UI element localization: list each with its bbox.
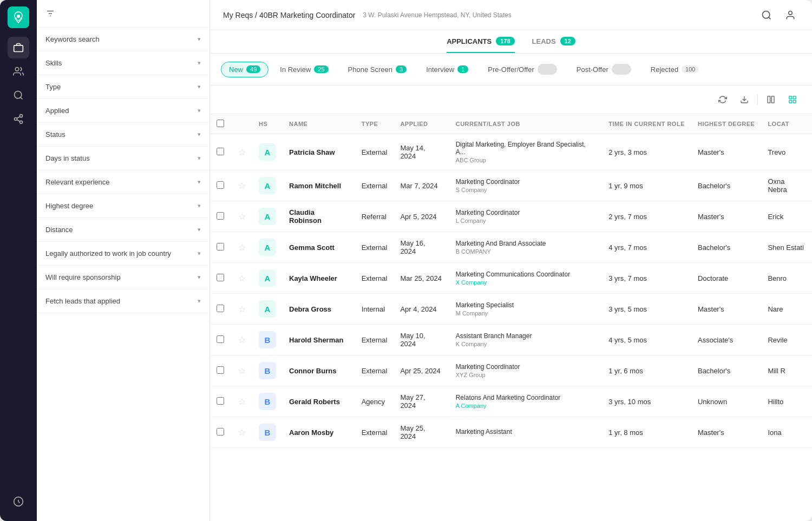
applicant-name[interactable]: Harold Sherman <box>289 336 343 344</box>
row-checkbox-cell[interactable] <box>210 201 232 232</box>
row-checkbox[interactable] <box>217 366 224 374</box>
row-checkbox[interactable] <box>217 335 224 343</box>
star-icon[interactable]: ☆ <box>238 243 246 252</box>
row-name-cell[interactable]: Claudia Robinson <box>283 201 355 232</box>
row-checkbox-cell[interactable] <box>210 232 232 263</box>
filter-keywords-toggle[interactable]: Keywords search ▾ <box>37 28 209 51</box>
sidebar-item-search[interactable] <box>8 84 29 106</box>
col-degree[interactable]: HIGHEST DEGREE <box>691 114 761 134</box>
search-button[interactable] <box>758 6 775 24</box>
refresh-icon[interactable] <box>714 91 731 108</box>
applicant-name[interactable]: Patricia Shaw <box>289 148 335 156</box>
star-icon[interactable]: ☆ <box>238 428 246 437</box>
stage-interview[interactable]: Interview 1 <box>418 62 476 77</box>
applicant-name[interactable]: Debra Gross <box>289 305 331 313</box>
row-checkbox-cell[interactable] <box>210 417 232 448</box>
row-star-cell[interactable]: ☆ <box>232 170 252 201</box>
row-star-cell[interactable]: ☆ <box>232 386 252 417</box>
row-name-cell[interactable]: Connor Burns <box>283 355 355 386</box>
col-time-role[interactable]: TIME IN CURRENT ROLE <box>602 114 691 134</box>
filter-legally-authorized-toggle[interactable]: Legally authorized to work in job countr… <box>37 242 209 265</box>
applicant-name[interactable]: Ramon Mitchell <box>289 182 341 190</box>
stage-pre-offer-toggle[interactable] <box>538 64 557 75</box>
row-star-cell[interactable]: ☆ <box>232 355 252 386</box>
row-name-cell[interactable]: Ramon Mitchell <box>283 170 355 201</box>
filter-status-toggle[interactable]: Status ▾ <box>37 123 209 146</box>
row-name-cell[interactable]: Gemma Scott <box>283 232 355 263</box>
row-name-cell[interactable]: Harold Sherman <box>283 325 355 355</box>
filter-applied-toggle[interactable]: Applied ▾ <box>37 99 209 122</box>
row-star-cell[interactable]: ☆ <box>232 294 252 325</box>
sidebar-item-accessibility[interactable] <box>8 491 29 512</box>
row-checkbox-cell[interactable] <box>210 294 232 325</box>
filter-distance-toggle[interactable]: Distance ▾ <box>37 218 209 241</box>
stage-post-offer[interactable]: Post-Offer <box>568 60 639 78</box>
applicant-name[interactable]: Aaron Mosby <box>289 428 333 437</box>
filter-type-toggle[interactable]: Type ▾ <box>37 75 209 98</box>
col-applied[interactable]: APPLIED <box>394 114 449 134</box>
row-name-cell[interactable]: Aaron Mosby <box>283 417 355 448</box>
col-type[interactable]: TYPE <box>355 114 394 134</box>
row-checkbox[interactable] <box>217 305 224 312</box>
sidebar-item-network[interactable] <box>8 108 29 130</box>
tab-leads[interactable]: LEADS 12 <box>532 37 575 53</box>
filter-experience-toggle[interactable]: Relevant experience ▾ <box>37 170 209 194</box>
star-icon[interactable]: ☆ <box>238 181 246 190</box>
row-star-cell[interactable]: ☆ <box>232 325 252 355</box>
grid-view-icon[interactable] <box>784 91 801 108</box>
star-icon[interactable]: ☆ <box>238 274 246 283</box>
row-name-cell[interactable]: Kayla Wheeler <box>283 263 355 294</box>
col-location[interactable]: LOCAT <box>761 114 812 134</box>
star-icon[interactable]: ☆ <box>238 366 246 375</box>
col-hs[interactable]: HS <box>252 114 283 134</box>
stage-rejected[interactable]: Rejected 100 <box>643 62 708 77</box>
col-name[interactable]: NAME <box>283 114 355 134</box>
user-profile-button[interactable] <box>782 6 799 24</box>
row-name-cell[interactable]: Gerald Roberts <box>283 386 355 417</box>
row-checkbox[interactable] <box>217 181 224 189</box>
star-icon[interactable]: ☆ <box>238 335 246 345</box>
row-star-cell[interactable]: ☆ <box>232 263 252 294</box>
row-star-cell[interactable]: ☆ <box>232 232 252 263</box>
download-icon[interactable] <box>736 91 753 108</box>
select-all-checkbox[interactable] <box>217 120 224 127</box>
stage-phone-screen[interactable]: Phone Screen 3 <box>340 62 415 77</box>
tab-applicants[interactable]: APPLICANTS 178 <box>447 37 514 53</box>
row-checkbox[interactable] <box>217 243 224 250</box>
row-checkbox-cell[interactable] <box>210 170 232 201</box>
row-checkbox[interactable] <box>217 148 224 155</box>
sidebar-item-jobs[interactable] <box>8 37 29 58</box>
columns-icon[interactable] <box>762 91 780 108</box>
row-name-cell[interactable]: Debra Gross <box>283 294 355 325</box>
stage-post-offer-toggle[interactable] <box>612 64 631 75</box>
star-icon[interactable]: ☆ <box>238 397 246 406</box>
row-checkbox-cell[interactable] <box>210 386 232 417</box>
stage-pre-offer[interactable]: Pre-Offer/Offer <box>480 60 565 78</box>
filter-skills-toggle[interactable]: Skills ▾ <box>37 51 209 75</box>
row-name-cell[interactable]: Patricia Shaw <box>283 134 355 170</box>
row-star-cell[interactable]: ☆ <box>232 417 252 448</box>
stage-new[interactable]: New 49 <box>221 62 269 77</box>
row-checkbox-cell[interactable] <box>210 325 232 355</box>
star-icon[interactable]: ☆ <box>238 212 246 221</box>
row-star-cell[interactable]: ☆ <box>232 134 252 170</box>
row-checkbox-cell[interactable] <box>210 134 232 170</box>
star-icon[interactable]: ☆ <box>238 305 246 314</box>
filter-days-status-toggle[interactable]: Days in status ▾ <box>37 147 209 170</box>
applicant-name[interactable]: Kayla Wheeler <box>289 274 337 282</box>
col-current-job[interactable]: CURRENT/LAST JOB <box>449 114 602 134</box>
applicant-name[interactable]: Claudia Robinson <box>289 208 322 225</box>
row-checkbox[interactable] <box>217 212 224 220</box>
applicant-name[interactable]: Gerald Roberts <box>289 398 340 406</box>
applicant-name[interactable]: Gemma Scott <box>289 243 335 252</box>
filter-degree-toggle[interactable]: Highest degree ▾ <box>37 194 209 217</box>
filter-fetch-leads-toggle[interactable]: Fetch leads that applied ▾ <box>37 289 209 313</box>
row-star-cell[interactable]: ☆ <box>232 201 252 232</box>
star-icon[interactable]: ☆ <box>238 148 246 157</box>
stage-in-review[interactable]: In Review 25 <box>272 62 336 77</box>
select-all-header[interactable] <box>210 114 232 134</box>
row-checkbox-cell[interactable] <box>210 263 232 294</box>
row-checkbox[interactable] <box>217 397 224 405</box>
row-checkbox-cell[interactable] <box>210 355 232 386</box>
filter-sponsorship-toggle[interactable]: Will require sponsorship ▾ <box>37 266 209 289</box>
